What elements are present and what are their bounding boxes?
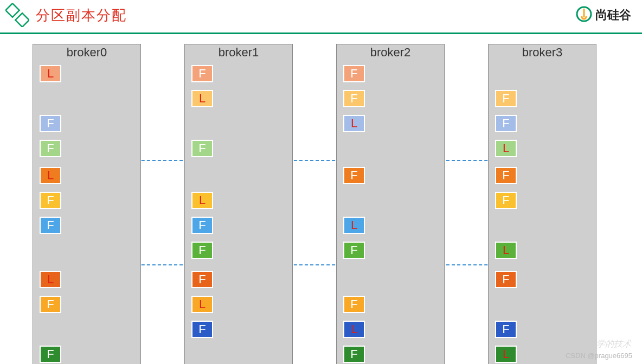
cell-b0-r5: L	[40, 167, 61, 184]
brand: 尚硅谷	[576, 6, 631, 24]
cell-b2-r2: F	[343, 90, 365, 107]
diamond-logo-icon	[5, 3, 29, 27]
cell-b2-r7: L	[343, 217, 365, 234]
page-title: 分区副本分配	[36, 6, 127, 25]
brand-logo-icon	[576, 6, 592, 24]
brand-text: 尚硅谷	[595, 7, 631, 23]
broker-1: broker1 F L F L F F F L F	[184, 44, 293, 364]
cell-b1-r9: F	[191, 271, 213, 288]
svg-rect-0	[5, 3, 19, 17]
cell-b0-r1: L	[40, 65, 61, 82]
cell-b3-r8: L	[495, 242, 517, 259]
cell-b1-r11: F	[191, 321, 213, 338]
cell-b0-r10: F	[40, 296, 61, 313]
cell-b3-r12: L	[495, 346, 517, 363]
title-wrap: 分区副本分配	[5, 3, 127, 27]
broker-0-title: broker0	[33, 44, 140, 60]
diagram-canvas: broker0 L F F L F F L F F broker1 F L F …	[0, 34, 642, 364]
header: 分区副本分配 尚硅谷	[0, 0, 642, 34]
cell-b0-r4: F	[40, 140, 61, 157]
cell-b3-r5: F	[495, 167, 517, 184]
cell-b1-r4: F	[191, 140, 213, 157]
cell-b1-r7: F	[191, 217, 213, 234]
broker-3: broker3 F F L F F L F F L	[488, 44, 596, 364]
cell-b0-r12: F	[40, 346, 61, 363]
cell-b1-r1: F	[191, 65, 213, 82]
cell-b3-r4: L	[495, 140, 517, 157]
cell-b2-r3: L	[343, 115, 365, 132]
cell-b2-r11: L	[343, 321, 365, 338]
cell-b0-r7: F	[40, 217, 61, 234]
cell-b3-r3: F	[495, 115, 517, 132]
cell-b3-r2: F	[495, 90, 517, 107]
broker-2-title: broker2	[337, 44, 444, 60]
cell-b2-r10: F	[343, 296, 365, 313]
cell-b3-r6: F	[495, 192, 517, 209]
broker-3-title: broker3	[489, 44, 596, 60]
cell-b1-r2: L	[191, 90, 213, 107]
broker-1-title: broker1	[185, 44, 292, 60]
broker-2: broker2 F F L F L F F L F	[336, 44, 445, 364]
broker-0: broker0 L F F L F F L F F	[33, 44, 141, 364]
cell-b1-r8: F	[191, 242, 213, 259]
cell-b1-r6: L	[191, 192, 213, 209]
cell-b0-r3: F	[40, 115, 61, 132]
cell-b2-r5: F	[343, 167, 365, 184]
cell-b2-r8: F	[343, 242, 365, 259]
cell-b3-r9: F	[495, 271, 517, 288]
cell-b0-r9: L	[40, 271, 61, 288]
cell-b2-r1: F	[343, 65, 365, 82]
cell-b0-r6: F	[40, 192, 61, 209]
cell-b1-r10: L	[191, 296, 213, 313]
cell-b2-r12: F	[343, 346, 365, 363]
cell-b3-r11: F	[495, 321, 517, 338]
svg-rect-1	[15, 13, 29, 27]
